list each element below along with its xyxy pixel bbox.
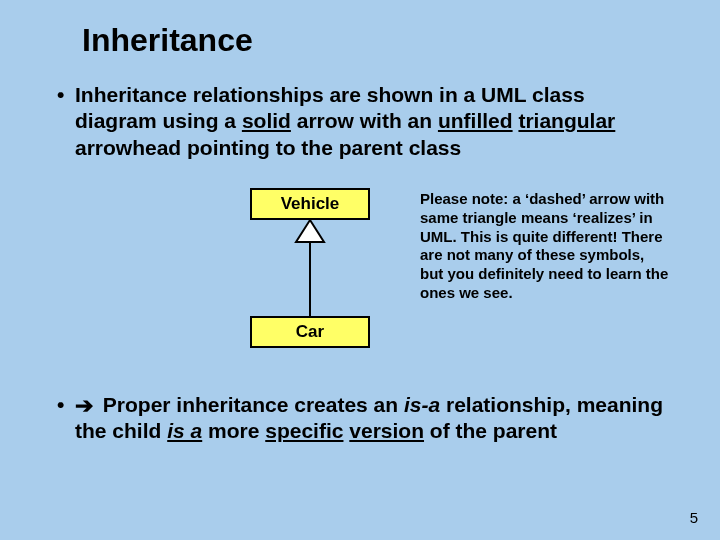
bullet-1-underline-unfilled: unfilled xyxy=(438,109,513,132)
page-number: 5 xyxy=(690,509,698,526)
bullet-2: • ➔ Proper inheritance creates an is-a r… xyxy=(75,392,665,445)
bullet-1: • Inheritance relationships are shown in… xyxy=(75,82,665,161)
bullet-1-underline-solid: solid xyxy=(242,109,291,132)
bullet-dot-icon: • xyxy=(57,82,64,108)
uml-child-box: Car xyxy=(250,316,370,348)
inheritance-arrow-icon xyxy=(290,218,330,318)
side-note: Please note: a ‘dashed’ arrow with same … xyxy=(420,190,670,303)
slide-title: Inheritance xyxy=(82,22,253,59)
bullet-2-under-specific: specific xyxy=(265,419,343,442)
right-arrow-icon: ➔ xyxy=(75,395,93,417)
bullet-1-text-mid1: arrow with an xyxy=(291,109,438,132)
bullet-1-text-post: arrowhead pointing to the parent class xyxy=(75,136,461,159)
svg-marker-0 xyxy=(296,220,324,242)
bullet-dot-icon: • xyxy=(57,392,64,418)
bullet-2-italic-isa: is-a xyxy=(404,393,440,416)
uml-diagram: Vehicle Car xyxy=(230,188,390,358)
uml-parent-box: Vehicle xyxy=(250,188,370,220)
bullet-2-under-version: version xyxy=(349,419,424,442)
bullet-2-under-ital-isa: is a xyxy=(167,419,202,442)
slide: Inheritance • Inheritance relationships … xyxy=(0,0,720,540)
bullet-2-text-post: of the parent xyxy=(424,419,557,442)
bullet-1-underline-triangular: triangular xyxy=(518,109,615,132)
bullet-2-text-mid2: more xyxy=(202,419,265,442)
bullet-2-text-pre: Proper inheritance creates an xyxy=(97,393,404,416)
